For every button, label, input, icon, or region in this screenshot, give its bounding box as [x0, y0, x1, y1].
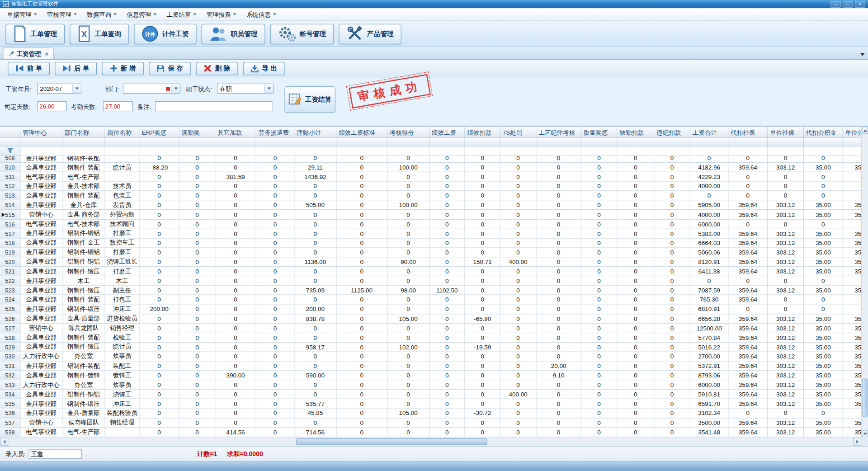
cell-performance-standard[interactable]: 0	[336, 409, 387, 418]
cell-social-personal[interactable]: 359.64	[728, 286, 768, 295]
cell-position[interactable]: 打磨工	[105, 248, 140, 257]
cell-performance-salary[interactable]: 0	[429, 156, 465, 163]
table-row[interactable]: 511电气事业部电气-生产部00381.5901436.920000000004…	[0, 172, 861, 182]
cell-violation-deduction[interactable]: 0	[654, 286, 690, 295]
cell-full-attendance[interactable]: 0	[179, 428, 216, 437]
cell-assessment-score[interactable]: 0	[387, 295, 429, 305]
cell-performance-standard[interactable]: 0	[336, 276, 387, 286]
cell-performance-salary[interactable]: 0	[429, 238, 465, 248]
cell-allowance-subtotal[interactable]: 0	[294, 182, 336, 191]
header-department[interactable]: 部门名称	[62, 127, 105, 137]
cell-labor-dispatch-fee[interactable]: 0	[256, 163, 294, 172]
filter-position[interactable]	[105, 146, 140, 156]
cell-full-attendance[interactable]: 0	[179, 229, 216, 239]
cell-quality-bonus[interactable]: 0	[581, 343, 618, 352]
cell-fund-company[interactable]: 0	[843, 156, 861, 163]
cell-performance-deduction[interactable]: -30.72	[465, 409, 500, 418]
cell-violation-deduction[interactable]: 0	[654, 305, 690, 314]
table-row[interactable]: 522金具事业部木工木工0000000000000000000	[0, 276, 861, 286]
cell-social-personal[interactable]: 359.64	[728, 362, 768, 371]
cell-craft-discipline[interactable]: 0	[537, 257, 581, 267]
cell-labor-dispatch-fee[interactable]: 0	[256, 305, 294, 314]
filter-social-personal[interactable]	[728, 146, 768, 156]
cell-fund-personal[interactable]: 35.00	[804, 362, 843, 371]
cell-absence-deduction[interactable]: 0	[617, 343, 654, 352]
cell-salary-total[interactable]: 6664.03	[690, 238, 728, 248]
row-indicator[interactable]: 528	[0, 333, 20, 343]
cell-7s-penalty[interactable]: 0	[500, 229, 537, 239]
cell-social-personal[interactable]: 359.64	[728, 267, 768, 276]
tab-close-icon[interactable]: ×	[45, 50, 48, 57]
cell-performance-deduction[interactable]: 0	[465, 362, 500, 371]
cell-violation-deduction[interactable]: 0	[654, 163, 690, 172]
cell-violation-deduction[interactable]: 0	[654, 390, 690, 399]
cell-assessment-score[interactable]: 0	[387, 418, 429, 428]
cell-performance-deduction[interactable]: 0	[465, 248, 500, 257]
cell-performance-deduction[interactable]: 0	[465, 305, 500, 314]
cell-position[interactable]: 木工	[105, 276, 140, 286]
cell-fund-company[interactable]: 0	[843, 191, 861, 201]
cell-allowance-subtotal[interactable]: 0	[294, 210, 336, 220]
cell-fund-company[interactable]: 35.00	[843, 371, 861, 380]
cell-management-center[interactable]: 电气事业部	[20, 172, 62, 182]
cell-craft-discipline[interactable]: 0	[537, 210, 581, 220]
cell-other-addition[interactable]: 0	[215, 220, 256, 229]
table-row[interactable]: 527营销中心陈兵龙团队销售经理0000000000000012500.0035…	[0, 324, 861, 333]
cell-craft-discipline[interactable]: 0	[537, 201, 581, 210]
cell-7s-penalty[interactable]: 400.00	[500, 257, 537, 267]
cell-social-company[interactable]: 303.12	[768, 257, 804, 267]
cell-department[interactable]: 钢制件-锻压	[62, 286, 105, 295]
row-indicator[interactable]: 517	[0, 229, 20, 239]
cell-erp-bonus[interactable]: 0	[140, 390, 179, 399]
cell-absence-deduction[interactable]: 0	[617, 399, 654, 409]
table-row[interactable]: 521金具事业部钢制件-锻压打磨工000000000000006411.3835…	[0, 267, 861, 276]
table-row[interactable]: 520金具事业部铝制件-铜铝浇铸工班长00001136.00090.000150…	[0, 257, 861, 267]
cell-full-attendance[interactable]: 0	[179, 314, 216, 324]
filter-erp-bonus[interactable]	[140, 146, 179, 156]
header-salary-total[interactable]: 工资合计	[690, 127, 728, 137]
cell-performance-deduction[interactable]: 0	[465, 267, 500, 276]
menu-item[interactable]: 工资结算	[162, 8, 202, 20]
cell-performance-standard[interactable]: 0	[336, 229, 387, 239]
cell-performance-standard[interactable]: 0	[336, 238, 387, 248]
cell-absence-deduction[interactable]: 0	[617, 390, 654, 399]
table-row[interactable]: 525金具事业部钢制件-锻压冲床工200.00000200.0000000000…	[0, 305, 861, 314]
cell-other-addition[interactable]: 381.59	[215, 172, 256, 182]
cell-performance-salary[interactable]: 0	[429, 229, 465, 239]
cell-management-center[interactable]: 金具事业部	[20, 267, 62, 276]
header-absence-deduction[interactable]: 缺勤扣款	[617, 127, 654, 137]
cell-assessment-score[interactable]: 100.00	[387, 201, 429, 210]
header-fund-company[interactable]: 单位公积金	[843, 127, 861, 137]
cell-violation-deduction[interactable]: 0	[654, 352, 690, 362]
cell-department[interactable]: 金具-技术部	[62, 182, 105, 191]
cell-violation-deduction[interactable]: 0	[654, 156, 690, 163]
cell-assessment-score[interactable]: 0	[387, 371, 429, 380]
cell-performance-deduction[interactable]: 0	[465, 276, 500, 286]
cell-fund-company[interactable]: 35.00	[843, 428, 861, 437]
cell-performance-salary[interactable]: 0	[429, 362, 465, 371]
cell-7s-penalty[interactable]: 0	[500, 418, 537, 428]
cell-social-personal[interactable]: 359.64	[728, 352, 768, 362]
cell-social-company[interactable]: 303.12	[768, 238, 804, 248]
minimize-button[interactable]: ─	[830, 1, 841, 8]
row-indicator[interactable]: 529	[0, 343, 20, 352]
cell-salary-total[interactable]: 6000.00	[690, 220, 728, 229]
cell-full-attendance[interactable]: 0	[179, 409, 216, 418]
cell-labor-dispatch-fee[interactable]: 0	[256, 399, 294, 409]
cell-7s-penalty[interactable]: 0	[500, 286, 537, 295]
cell-quality-bonus[interactable]: 0	[581, 201, 618, 210]
cell-quality-bonus[interactable]: 0	[581, 163, 618, 172]
cell-other-addition[interactable]: 0	[215, 182, 256, 191]
cell-7s-penalty[interactable]: 0	[500, 324, 537, 333]
cell-performance-standard[interactable]: 0	[336, 371, 387, 380]
cell-position[interactable]: 销售经理	[105, 418, 140, 428]
cell-violation-deduction[interactable]: 0	[654, 295, 690, 305]
cell-craft-discipline[interactable]: 0	[537, 418, 581, 428]
cell-department[interactable]: 铝制件-铜铝	[62, 257, 105, 267]
row-indicator[interactable]: 509	[0, 156, 20, 163]
cell-absence-deduction[interactable]: 0	[617, 276, 654, 286]
cell-quality-bonus[interactable]: 0	[581, 418, 618, 428]
cell-management-center[interactable]: 金具事业部	[20, 390, 62, 399]
cell-labor-dispatch-fee[interactable]: 0	[256, 172, 294, 182]
cell-allowance-subtotal[interactable]: 590.00	[294, 371, 336, 380]
